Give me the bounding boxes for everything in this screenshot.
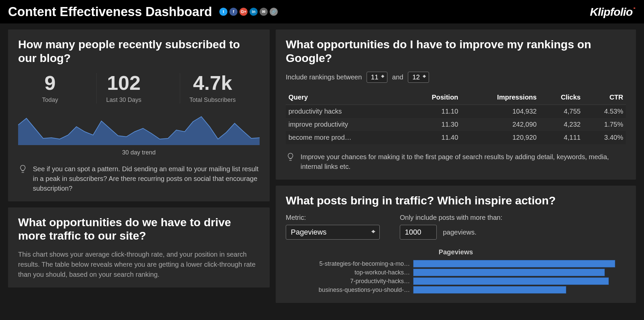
linkedin-icon[interactable]: in xyxy=(250,8,258,16)
posts-title: What posts bring in traffic? Which inspi… xyxy=(286,194,626,207)
subscribers-panel: How many people recently subscribed to o… xyxy=(8,29,270,201)
lightbulb-icon xyxy=(286,152,295,163)
traffic-title: What opportunities do we have to drive m… xyxy=(18,215,260,243)
share-icons: t f G+ in ✉ 🔗 xyxy=(219,8,278,16)
metric-select[interactable]: Pageviews xyxy=(286,225,380,240)
rankings-panel: What opportunities do I have to improve … xyxy=(276,29,636,180)
subscribers-title: How many people recently subscribed to o… xyxy=(18,38,260,65)
rankings-title: What opportunities do I have to improve … xyxy=(286,38,626,65)
trend-caption: 30 day trend xyxy=(18,149,260,156)
table-row: improve productivity11.30242,0904,2321.7… xyxy=(286,118,626,131)
rank-from-select[interactable]: 11 xyxy=(367,72,387,83)
twitter-icon[interactable]: t xyxy=(219,8,227,16)
page-title: Content Effectiveness Dashboard xyxy=(8,5,212,19)
link-icon[interactable]: 🔗 xyxy=(270,8,278,16)
stat-today: 9 Today xyxy=(33,73,67,104)
rankings-tip: Improve your chances for making it to th… xyxy=(301,152,626,172)
traffic-panel: What opportunities do we have to drive m… xyxy=(8,207,270,288)
facebook-icon[interactable]: f xyxy=(229,8,237,16)
rankings-filter: Include rankings between 11 and 12 xyxy=(286,72,626,83)
header-bar: Content Effectiveness Dashboard t f G+ i… xyxy=(0,0,644,23)
bar-row: business-questions-you-should-… xyxy=(286,286,626,294)
stat-30days: 102 Last 30 Days xyxy=(96,73,151,104)
google-plus-icon[interactable]: G+ xyxy=(239,8,248,16)
bar-row: top-workout-hacks… xyxy=(286,269,626,276)
metric-label: Metric: xyxy=(286,214,380,221)
traffic-description: This chart shows your average click-thro… xyxy=(18,249,260,279)
table-row: become more prod…11.40120,9204,1113.40% xyxy=(286,131,626,144)
bar-row: 5-strategies-for-becoming-a-mo… xyxy=(286,260,626,267)
threshold-suffix: pageviews. xyxy=(443,229,476,236)
table-row: productivity hacks11.10104,9324,7554.53% xyxy=(286,105,626,118)
brand-logo: Klipfolio˙ xyxy=(590,5,636,18)
bar-row: 7-productivity-hacks… xyxy=(286,277,626,285)
posts-panel: What posts bring in traffic? Which inspi… xyxy=(276,186,636,303)
email-icon[interactable]: ✉ xyxy=(260,8,268,16)
threshold-input[interactable]: 1000 xyxy=(400,225,437,240)
lightbulb-icon xyxy=(18,164,28,175)
subscriber-stats: 9 Today 102 Last 30 Days 4.7k Total Subs… xyxy=(18,73,260,104)
subscribers-tip: See if you can spot a pattern. Did sendi… xyxy=(33,164,260,193)
posts-bar-chart: Pageviews 5-strategies-for-becoming-a-mo… xyxy=(286,248,626,294)
trend-sparkline xyxy=(18,112,260,145)
threshold-label: Only include posts with more than: xyxy=(400,214,502,221)
stat-total: 4.7k Total Subscribers xyxy=(180,73,245,104)
rankings-table: Query Position Impressions Clicks CTR pr… xyxy=(286,90,626,144)
rank-to-select[interactable]: 12 xyxy=(408,72,429,83)
